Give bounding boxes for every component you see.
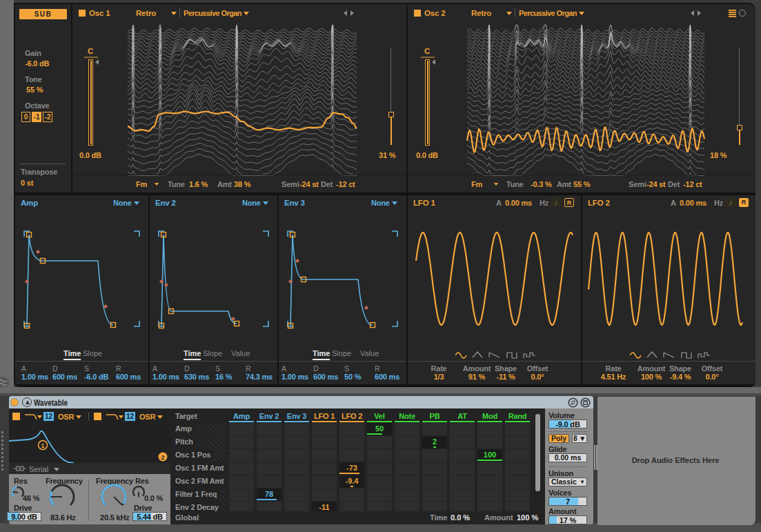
svg-text:1: 1 bbox=[41, 442, 44, 449]
svg-text:2: 2 bbox=[161, 454, 164, 461]
